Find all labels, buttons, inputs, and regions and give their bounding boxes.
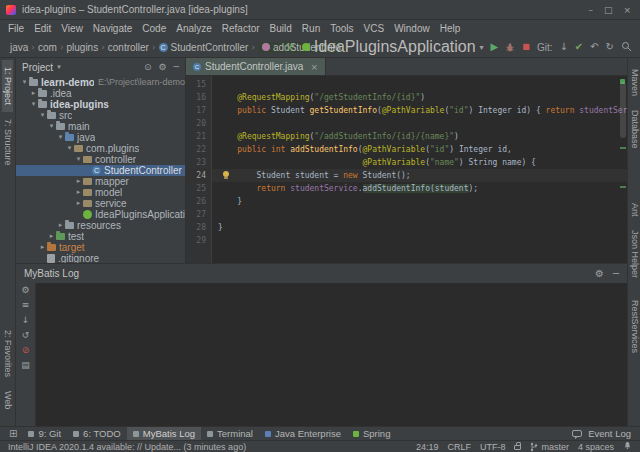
tree-item-main[interactable]: ▾main bbox=[16, 121, 185, 132]
menu-item-build[interactable]: Build bbox=[265, 23, 297, 34]
toolwindow-button-ant[interactable]: Ant bbox=[628, 196, 640, 224]
tree-item-gitignore[interactable]: .gitignore bbox=[16, 253, 185, 263]
breadcrumb-item-java[interactable]: java bbox=[10, 42, 28, 53]
tree-item-target[interactable]: ▸target bbox=[16, 242, 185, 253]
toolwindow-button-2-favorites[interactable]: 2: Favorites bbox=[2, 323, 14, 384]
analysis-mark[interactable] bbox=[620, 186, 626, 188]
git-commit-icon[interactable]: ✔ bbox=[575, 42, 583, 52]
code-line-24[interactable]: Student student = new Student(); bbox=[212, 169, 627, 182]
toolwindow-button-database[interactable]: Database bbox=[628, 103, 640, 156]
editor-scrollbar-thumb[interactable] bbox=[620, 82, 626, 138]
stop-button[interactable]: ■ bbox=[522, 43, 530, 51]
menu-item-refactor[interactable]: Refactor bbox=[217, 23, 265, 34]
debug-button[interactable] bbox=[505, 38, 515, 56]
settings-gear-icon[interactable]: ⚙ bbox=[159, 62, 167, 72]
menu-item-analyze[interactable]: Analyze bbox=[171, 23, 217, 34]
tree-item-mapper[interactable]: ▸mapper bbox=[16, 176, 185, 187]
code-line-22[interactable]: public int addStudentInfo(@PathVariable(… bbox=[212, 143, 627, 156]
code-line-16[interactable]: @RequestMapping("/getStudentInfo/{id}") bbox=[212, 91, 627, 104]
code-line-17[interactable]: public Student getStudentInfo(@PathVaria… bbox=[212, 104, 627, 117]
menu-item-edit[interactable]: Edit bbox=[29, 23, 56, 34]
tree-item-service[interactable]: ▸service bbox=[16, 198, 185, 209]
tree-item-idea-plugins[interactable]: ▾idea-plugins bbox=[16, 99, 185, 110]
code-line-23[interactable]: @PathVariable("name") String name) { bbox=[212, 156, 627, 169]
code-line-27[interactable] bbox=[212, 208, 627, 221]
menu-item-navigate[interactable]: Navigate bbox=[88, 23, 137, 34]
build-hammer-icon[interactable]: ⚒ bbox=[285, 42, 295, 53]
project-panel-title[interactable]: Project bbox=[22, 62, 53, 73]
toolwindow-button-spring[interactable]: Spring bbox=[347, 427, 396, 441]
locate-file-icon[interactable]: ⊙ bbox=[144, 62, 152, 72]
menu-item-file[interactable]: File bbox=[3, 23, 29, 34]
code-line-20[interactable] bbox=[212, 117, 627, 130]
clear-icon[interactable]: ▤ bbox=[21, 361, 30, 370]
tree-item-ideapluginsapplication[interactable]: IdeaPluginsApplication bbox=[16, 209, 185, 220]
line-ending-indicator[interactable]: CRLF bbox=[447, 442, 471, 452]
toolwindow-button-1-project[interactable]: 1: Project bbox=[2, 60, 14, 112]
tree-item-resources[interactable]: ▸resources bbox=[16, 220, 185, 231]
git-rollback-icon[interactable]: ↶ bbox=[590, 42, 598, 52]
readonly-lock-icon[interactable] bbox=[514, 445, 521, 450]
toolwindow-button-7-structure[interactable]: 7: Structure bbox=[2, 112, 14, 173]
hide-panel-icon[interactable]: ─ bbox=[613, 268, 619, 279]
notifications-bell-icon[interactable] bbox=[623, 441, 632, 452]
maximize-button[interactable]: □ bbox=[604, 5, 613, 15]
chevron-down-icon[interactable]: ▾ bbox=[57, 63, 61, 71]
breadcrumb-item-studentcontroller[interactable]: CStudentController bbox=[159, 42, 249, 53]
caret-position[interactable]: 24:19 bbox=[416, 442, 439, 452]
status-message[interactable]: IntelliJ IDEA 2020.1.4 available: // Upd… bbox=[8, 442, 246, 452]
toolwindow-button-mybatis-log[interactable]: MyBatis Log bbox=[127, 427, 201, 441]
toolwindow-button-9-git[interactable]: 9: Git bbox=[22, 427, 67, 441]
tree-item-src[interactable]: ▾src bbox=[16, 110, 185, 121]
stop-icon[interactable]: ⊘ bbox=[22, 346, 30, 355]
tree-item-test[interactable]: ▸test bbox=[16, 231, 185, 242]
toolwindow-button-maven[interactable]: Maven bbox=[628, 62, 640, 103]
toolwindow-button-json-helper[interactable]: Json Helper bbox=[628, 223, 640, 285]
code-editor[interactable]: @RequestMapping("/getStudentInfo/{id}") … bbox=[212, 76, 627, 263]
code-line-28[interactable]: } bbox=[212, 221, 627, 234]
rerun-icon[interactable]: ↺ bbox=[22, 331, 30, 340]
menu-item-vcs[interactable]: VCS bbox=[359, 23, 390, 34]
analysis-mark[interactable] bbox=[620, 147, 626, 149]
toolwindow-grid-icon[interactable]: ⊞ bbox=[4, 428, 22, 439]
code-line-25[interactable]: return studentService.addStudentInfo(stu… bbox=[212, 182, 627, 195]
close-button[interactable]: × bbox=[623, 5, 631, 15]
breadcrumb-item-controller[interactable]: controller bbox=[108, 42, 149, 53]
menu-item-tools[interactable]: Tools bbox=[325, 23, 358, 34]
menu-item-view[interactable]: View bbox=[56, 23, 88, 34]
indent-indicator[interactable]: 4 spaces bbox=[578, 442, 614, 452]
tree-item-controller[interactable]: ▾controller bbox=[16, 154, 185, 165]
breadcrumb-item-plugins[interactable]: plugins bbox=[66, 42, 98, 53]
code-line-15[interactable] bbox=[212, 78, 627, 91]
toolwindow-button-terminal[interactable]: Terminal bbox=[201, 427, 259, 441]
tree-item-idea[interactable]: ▸.idea bbox=[16, 88, 185, 99]
run-config-selector[interactable]: IdeaPluginsApplication ▾ bbox=[302, 38, 484, 56]
breadcrumb-item-com[interactable]: com bbox=[38, 42, 57, 53]
code-line-29[interactable] bbox=[212, 234, 627, 247]
toolwindow-button-web[interactable]: Web bbox=[2, 384, 14, 416]
run-button[interactable]: ▶ bbox=[491, 42, 499, 52]
filter-icon[interactable]: ≡ bbox=[22, 301, 30, 310]
toolwindow-button-restservices[interactable]: RestServices bbox=[628, 293, 640, 360]
tree-item-com-plugins[interactable]: ▾com.plugins bbox=[16, 143, 185, 154]
editor-tab-studentcontroller[interactable]: C StudentController.java × bbox=[186, 58, 326, 75]
code-line-21[interactable]: @RequestMapping("/addStudentInfo/{id}/{n… bbox=[212, 130, 627, 143]
tree-item-studentcontroller[interactable]: CStudentController bbox=[16, 165, 185, 176]
menu-item-window[interactable]: Window bbox=[389, 23, 435, 34]
settings-gear-icon[interactable]: ⚙ bbox=[21, 286, 29, 295]
close-tab-icon[interactable]: × bbox=[310, 62, 318, 72]
menu-item-run[interactable]: Run bbox=[297, 23, 325, 34]
intention-bulb-icon[interactable] bbox=[222, 171, 230, 180]
settings-gear-icon[interactable]: ⚙ bbox=[595, 268, 604, 279]
search-icon[interactable] bbox=[621, 38, 632, 56]
tree-item-learn-demo[interactable]: ▾learn-demoE:\Project\learn-demo bbox=[16, 77, 185, 88]
encoding-indicator[interactable]: UTF-8 bbox=[480, 442, 506, 452]
mybatis-log-console[interactable] bbox=[36, 283, 627, 426]
tree-item-model[interactable]: ▸model bbox=[16, 187, 185, 198]
minimize-button[interactable]: – bbox=[588, 5, 593, 15]
code-line-26[interactable]: } bbox=[212, 195, 627, 208]
git-update-icon[interactable]: ↓ bbox=[559, 42, 567, 52]
git-history-icon[interactable]: ↻ bbox=[606, 42, 614, 52]
scroll-to-end-icon[interactable]: ↓ bbox=[22, 316, 30, 325]
toolwindow-button-6-todo[interactable]: 6: TODO bbox=[67, 427, 127, 441]
